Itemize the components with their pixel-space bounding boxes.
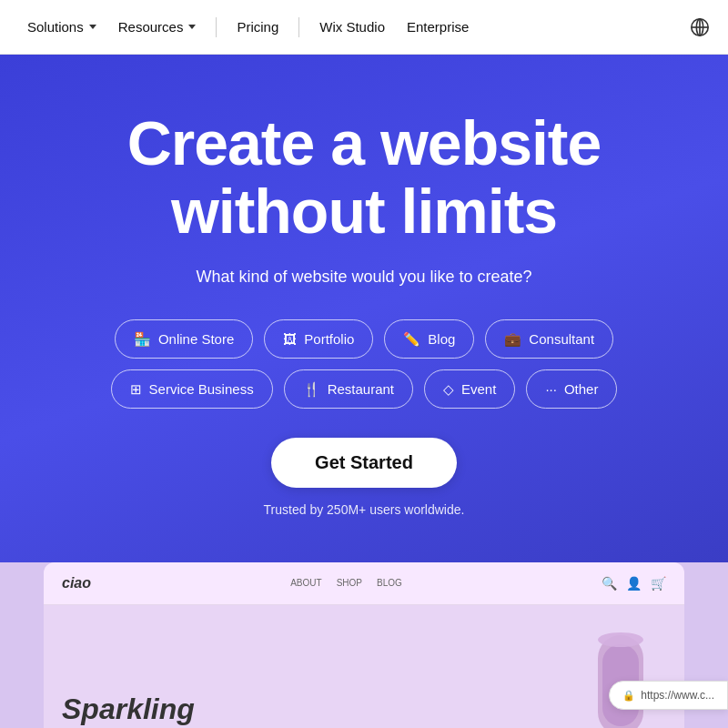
blog-button[interactable]: ✏️ Blog [384,319,474,359]
online-store-icon: 🏪 [134,332,151,346]
service-business-button[interactable]: ⊞ Service Business [111,369,273,409]
preview-nav-shop: SHOP [337,578,362,588]
consultant-button[interactable]: 💼 Consultant [485,319,613,359]
preview-can-graphic [584,626,657,728]
consultant-label: Consultant [529,331,594,347]
nav-wix-studio[interactable]: Wix Studio [310,14,394,40]
resources-label: Resources [118,19,184,35]
event-button[interactable]: ◇ Event [424,369,515,409]
url-bar: 🔒 https://www.c... [609,681,728,710]
online-store-button[interactable]: 🏪 Online Store [115,319,253,359]
other-icon: ··· [545,382,557,396]
svg-point-6 [598,632,643,647]
wix-studio-label: Wix Studio [319,19,385,35]
consultant-icon: 💼 [504,332,521,346]
restaurant-button[interactable]: 🍴 Restaurant [284,369,413,409]
other-label: Other [564,381,599,397]
portfolio-button[interactable]: 🖼 Portfolio [264,319,373,359]
website-type-grid: 🏪 Online Store 🖼 Portfolio ✏️ Blog 💼 Con… [111,319,618,409]
portfolio-label: Portfolio [304,331,354,347]
preview-navbar: ciao ABOUT SHOP BLOG 🔍 👤 🛒 [44,562,684,605]
other-button[interactable]: ··· Other [526,369,617,409]
restaurant-icon: 🍴 [303,382,320,396]
btn-row-2: ⊞ Service Business 🍴 Restaurant ◇ Event … [111,369,618,409]
navbar: Solutions Resources Pricing Wix Studio E… [0,0,728,55]
get-started-button[interactable]: Get Started [271,438,457,488]
preview-user-icon: 👤 [626,576,642,591]
restaurant-label: Restaurant [328,381,394,397]
preview-nav-links: ABOUT SHOP BLOG [290,578,402,588]
preview-nav-icons: 🔍 👤 🛒 [602,576,666,591]
preview-sparkling-text: Sparkling [62,693,195,725]
service-business-label: Service Business [149,381,254,397]
url-text: https://www.c... [641,689,714,702]
preview-hero-text: Sparkling [62,693,195,725]
nav-divider-2 [298,17,299,37]
lock-icon: 🔒 [622,690,635,702]
nav-divider [216,17,217,37]
service-business-icon: ⊞ [130,382,142,396]
globe-icon[interactable] [690,17,710,37]
event-label: Event [461,381,496,397]
nav-left: Solutions Resources Pricing Wix Studio E… [18,14,690,40]
preview-search-icon: 🔍 [602,576,617,591]
resources-chevron-icon [188,25,196,29]
trust-text: Trusted by 250M+ users worldwide. [264,502,465,517]
preview-nav-about: ABOUT [290,578,321,588]
preview-cart-icon: 🛒 [651,576,666,591]
blog-icon: ✏️ [403,332,420,346]
portfolio-icon: 🖼 [283,332,297,346]
nav-solutions[interactable]: Solutions [18,14,106,40]
website-preview: ciao ABOUT SHOP BLOG 🔍 👤 🛒 Sparkling [44,562,684,728]
preview-logo: ciao [62,575,91,592]
nav-pricing[interactable]: Pricing [228,14,288,40]
online-store-label: Online Store [158,331,234,347]
nav-right [690,17,710,37]
hero-subtitle: What kind of website would you like to c… [196,268,531,287]
hero-section: Create a website without limits What kin… [0,55,728,562]
event-icon: ◇ [443,382,454,396]
nav-resources[interactable]: Resources [109,14,206,40]
btn-row-1: 🏪 Online Store 🖼 Portfolio ✏️ Blog 💼 Con… [115,319,613,359]
nav-enterprise[interactable]: Enterprise [398,14,478,40]
preview-nav-blog: BLOG [377,578,402,588]
solutions-chevron-icon [89,25,96,29]
hero-title: Create a website without limits [36,109,692,246]
pricing-label: Pricing [237,19,278,35]
blog-label: Blog [428,331,455,347]
solutions-label: Solutions [27,19,84,35]
enterprise-label: Enterprise [407,19,469,35]
